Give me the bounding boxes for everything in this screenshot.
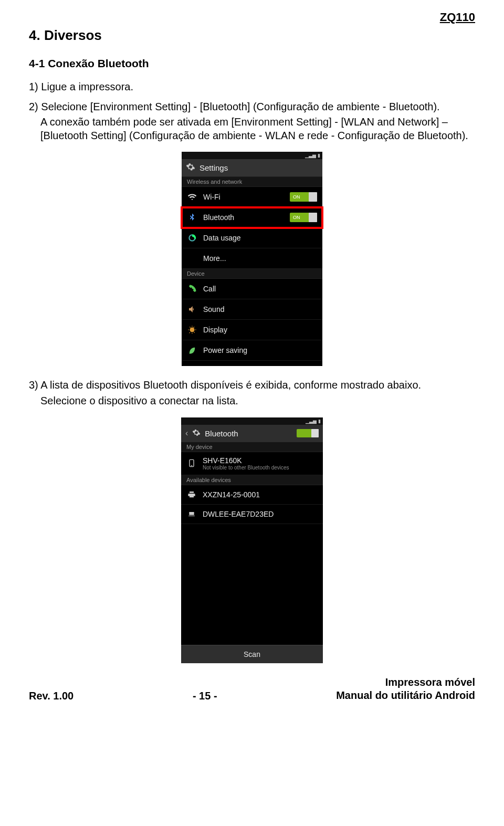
row-power-saving[interactable]: Power saving [182,340,322,361]
row-my-device[interactable]: SHV-E160K Not visible to other Bluetooth… [181,452,323,475]
available-device-1-name: DWLEE-EAE7D23ED [203,510,318,518]
bluetooth-title-label: Bluetooth [205,429,292,438]
laptop-icon [186,509,197,519]
step-2-line-1: 2) Selecione [Environment Setting] - [Bl… [29,100,475,114]
display-icon [187,325,197,335]
row-wifi[interactable]: Wi-Fi ON [182,187,322,207]
gear-icon [192,428,201,438]
row-more-label: More... [203,254,317,263]
row-wifi-label: Wi-Fi [203,193,284,201]
settings-titlebar: Settings [182,159,322,177]
my-device-name: SHV-E160K [203,456,242,465]
row-data-usage-label: Data usage [203,234,317,242]
row-sound-label: Sound [203,305,317,313]
step-3-line-1: 3) A lista de dispositivos Bluetooth dis… [29,379,475,392]
section-wireless-header: Wireless and network [182,177,322,187]
footer-rev: Rev. 1.00 [29,690,74,702]
row-available-device-0[interactable]: XXZN14-25-0001 [181,485,323,505]
row-call-label: Call [203,285,317,293]
leaf-icon [187,345,197,356]
bluetooth-icon [187,212,197,223]
row-data-usage[interactable]: Data usage [182,228,322,248]
data-usage-icon [187,233,197,243]
svg-rect-1 [191,465,193,466]
bluetooth-titlebar: ‹ Bluetooth [181,425,323,442]
step-3-line-2: Selecione o dispositivo a conectar na li… [29,394,475,408]
row-display-label: Display [203,326,317,334]
footer-doc-title-1: Impressora móvel [336,676,475,689]
phone-device-icon [186,458,197,468]
section-mydevice-header: My device [181,442,323,452]
row-display[interactable]: Display [182,320,322,340]
header-model: ZQ110 [29,11,475,24]
scan-button[interactable]: Scan [181,645,323,663]
row-bluetooth[interactable]: Bluetooth ON [182,207,322,228]
section-title: 4. Diversos [29,27,475,44]
row-sound[interactable]: Sound [182,299,322,320]
my-device-sub: Not visible to other Bluetooth devices [203,465,318,470]
bluetooth-switch[interactable]: ON [290,213,317,222]
printer-icon [186,489,197,500]
blank-icon [187,253,197,264]
row-more[interactable]: More... [182,248,322,269]
settings-title-label: Settings [200,163,228,172]
wifi-icon [187,192,197,202]
screenshot-settings: ▁▃▅▮ Settings Wireless and network Wi-Fi… [182,152,322,366]
wifi-switch-label: ON [293,194,300,200]
row-available-device-1[interactable]: DWLEE-EAE7D23ED [181,505,323,524]
back-chevron-icon[interactable]: ‹ [185,428,188,438]
step-2-line-2: A conexão também pode ser ativada em [En… [29,116,475,142]
footer-page: - 15 - [193,690,217,702]
status-bar: ▁▃▅▮ [182,152,322,159]
bluetooth-switch-label: ON [293,215,300,220]
section-available-header: Available devices [181,475,323,485]
gear-icon [186,162,195,173]
wifi-switch[interactable]: ON [290,192,317,202]
row-bluetooth-label: Bluetooth [203,213,284,222]
section-device-header: Device [182,269,322,279]
sound-icon [187,304,197,315]
row-power-saving-label: Power saving [203,346,317,354]
subsection-title: 4-1 Conexão Bluetooth [29,57,475,70]
phone-icon [187,284,197,294]
screenshot-bluetooth: ▁▃▅▮ ‹ Bluetooth My device SHV-E160K Not… [181,417,323,663]
row-call[interactable]: Call [182,279,322,299]
status-bar-2: ▁▃▅▮ [181,417,323,425]
available-device-0-name: XXZN14-25-0001 [203,490,318,499]
bluetooth-master-switch[interactable] [297,429,319,437]
step-1: 1) Ligue a impressora. [29,80,475,94]
footer-doc-title-2: Manual do utilitário Android [336,689,475,702]
